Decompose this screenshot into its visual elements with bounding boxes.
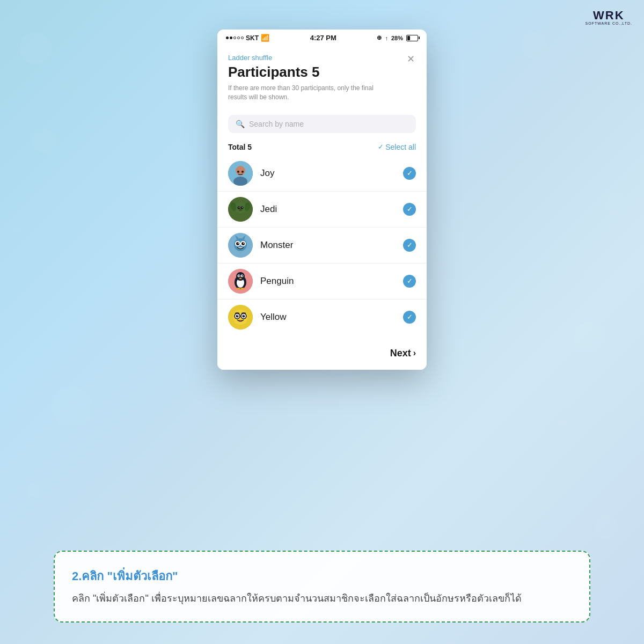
checkmark-icon: ✓ [378, 143, 384, 151]
dot-2 [230, 36, 232, 39]
svg-point-42 [243, 314, 245, 317]
search-placeholder-text: Search by name [249, 120, 304, 128]
avatar-jedi [228, 197, 253, 222]
svg-point-10 [238, 206, 240, 209]
participant-name-penguin: Penguin [260, 276, 396, 287]
status-left: SKT 📶 [226, 34, 269, 42]
participant-name-joy: Joy [260, 168, 396, 179]
dot-3 [233, 36, 236, 39]
svg-point-21 [236, 242, 239, 245]
wrk-logo-sub: SOFTWARE CO.,LTD. [586, 21, 632, 25]
select-all-button[interactable]: ✓ Select all [378, 143, 416, 151]
svg-point-12 [239, 207, 239, 207]
svg-point-23 [238, 243, 239, 244]
list-item[interactable]: Monster ✓ [217, 228, 427, 264]
status-bar: SKT 📶 4:27 PM ⊕ ↑ 28% [217, 30, 427, 45]
dot-5 [241, 36, 244, 39]
next-label: Next [390, 348, 411, 359]
ladder-label: Ladder shuffle [228, 54, 416, 62]
instruction-box: 2.คลิก "เพิ่มตัวเลือก" คลิก "เพิ่มตัวเลื… [54, 551, 590, 623]
svg-point-41 [236, 314, 239, 317]
carrier-name: SKT [246, 34, 259, 42]
app-header: ✕ Ladder shuffle Participants 5 If there… [217, 45, 427, 108]
next-button[interactable]: Next › [390, 348, 416, 359]
list-item[interactable]: Joy ✓ [217, 156, 427, 192]
close-button[interactable]: ✕ [403, 52, 418, 67]
select-all-label: Select all [385, 143, 416, 151]
instruction-text: คลิก "เพิ่มตัวเลือก" เพื่อระบุหมายเลขฉลา… [72, 591, 572, 606]
svg-point-7 [235, 202, 246, 213]
search-icon: 🔍 [236, 120, 245, 128]
svg-point-44 [244, 315, 245, 316]
phone-mockup: SKT 📶 4:27 PM ⊕ ↑ 28% ✕ Ladder shuffle P… [217, 30, 427, 370]
svg-point-31 [238, 275, 239, 276]
arrow-icon: ↑ [385, 35, 388, 41]
list-item[interactable]: Jedi ✓ [217, 192, 427, 228]
svg-point-11 [241, 206, 244, 209]
participant-list: Joy ✓ Jedi ✓ [217, 156, 427, 339]
avatar-penguin [228, 269, 253, 294]
svg-point-4 [241, 171, 244, 173]
wrk-logo: WRK SOFTWARE CO.,LTD. [586, 10, 632, 25]
check-circle-jedi[interactable]: ✓ [403, 203, 416, 216]
check-circle-yellow[interactable]: ✓ [403, 311, 416, 324]
svg-point-32 [241, 275, 243, 276]
svg-point-14 [239, 209, 242, 211]
search-bar[interactable]: 🔍 Search by name [228, 115, 416, 133]
instruction-title: 2.คลิก "เพิ่มตัวเลือก" [72, 567, 572, 586]
participant-name-yellow: Yellow [260, 312, 396, 323]
svg-point-3 [237, 171, 239, 173]
avatar-joy [228, 161, 253, 186]
list-item[interactable]: Penguin ✓ [217, 264, 427, 299]
svg-point-34 [236, 288, 240, 290]
battery-percent: 28% [391, 35, 403, 41]
check-circle-penguin[interactable]: ✓ [403, 275, 416, 288]
battery-icon [406, 35, 418, 41]
avatar-yellow [228, 305, 253, 330]
svg-point-43 [237, 315, 238, 316]
battery-container [406, 35, 418, 41]
svg-point-13 [242, 207, 243, 207]
status-time: 4:27 PM [310, 34, 336, 42]
next-arrow-icon: › [413, 348, 416, 358]
next-container: Next › [217, 339, 427, 370]
dot-4 [237, 36, 240, 39]
list-header: Total 5 ✓ Select all [217, 137, 427, 156]
svg-point-1 [236, 166, 245, 175]
svg-point-35 [240, 288, 245, 290]
wrk-logo-text: WRK [586, 10, 632, 21]
avatar-monster [228, 233, 253, 258]
participant-name-jedi: Jedi [260, 204, 396, 215]
location-icon: ⊕ [377, 34, 382, 41]
check-circle-monster[interactable]: ✓ [403, 239, 416, 252]
check-circle-joy[interactable]: ✓ [403, 167, 416, 180]
signal-dots [226, 36, 244, 39]
battery-fill [407, 36, 410, 40]
participant-name-monster: Monster [260, 240, 396, 251]
participants-title: Participants 5 [228, 64, 416, 80]
total-count-label: Total 5 [228, 143, 252, 151]
svg-point-24 [243, 243, 244, 244]
search-container: 🔍 Search by name [217, 108, 427, 137]
svg-point-28 [236, 272, 245, 281]
wifi-icon: 📶 [261, 34, 269, 42]
svg-point-22 [241, 242, 245, 245]
participants-note: If there are more than 30 participants, … [228, 84, 389, 102]
dot-1 [226, 36, 229, 39]
list-item[interactable]: Yellow ✓ [217, 299, 427, 335]
status-right: ⊕ ↑ 28% [377, 34, 418, 41]
